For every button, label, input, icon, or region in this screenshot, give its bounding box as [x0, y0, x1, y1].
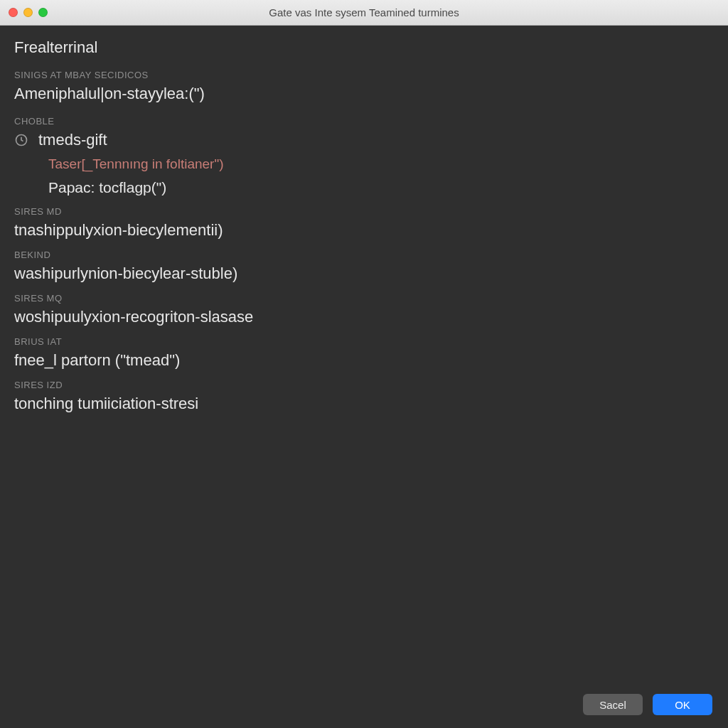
- close-icon[interactable]: [9, 8, 18, 17]
- choble-block: tmeds-gift Taser[_Tennnıng in foltianer"…: [14, 131, 714, 196]
- window-controls: [9, 8, 48, 17]
- list-item[interactable]: Ameniphalul|on-stayylea:("): [14, 85, 714, 103]
- dialog-content: Frealterrinal SINIGS AT MBAY SECIDICOS A…: [0, 26, 728, 681]
- page-title: Frealterrinal: [14, 38, 714, 57]
- section-label: BEKIND: [14, 250, 714, 260]
- minimize-icon[interactable]: [23, 8, 33, 17]
- section-label: BRIUS IAT: [14, 336, 714, 347]
- section-label: SIRES IZD: [14, 380, 714, 390]
- cancel-button[interactable]: Sacel: [583, 694, 643, 715]
- section-label: SINIGS AT MBAY SECIDICOS: [14, 70, 714, 80]
- window-title: Gate vas Inte sysem Teamined turmines: [0, 6, 728, 18]
- list-item[interactable]: woshipuulyxion-recogriton-slasase: [14, 308, 714, 326]
- list-item[interactable]: tnashippulyxion-biecylementii): [14, 221, 714, 240]
- list-item-label: tmeds-gift: [38, 131, 107, 149]
- clock-icon: [14, 133, 28, 147]
- list-item[interactable]: tmeds-gift: [14, 131, 714, 149]
- titlebar: Gate vas Inte sysem Teamined turmines: [0, 0, 728, 26]
- dialog-footer: Sacel OK: [0, 681, 728, 728]
- list-item-detail: Taser[_Tennnıng in foltianer"): [48, 156, 714, 172]
- section-label: SIRES MD: [14, 206, 714, 217]
- section-label: SIRES MQ: [14, 293, 714, 304]
- list-item[interactable]: tonching tumiiciation-stresi: [14, 395, 714, 413]
- ok-button[interactable]: OK: [653, 694, 712, 715]
- list-item[interactable]: washipurlynion-biecylear-stuble): [14, 264, 714, 283]
- zoom-icon[interactable]: [38, 8, 48, 17]
- list-item-detail: Papac: tocflagp("): [48, 179, 714, 196]
- list-item[interactable]: fnee_l partorn ("tmead"): [14, 351, 714, 370]
- section-label: CHOBLE: [14, 116, 714, 127]
